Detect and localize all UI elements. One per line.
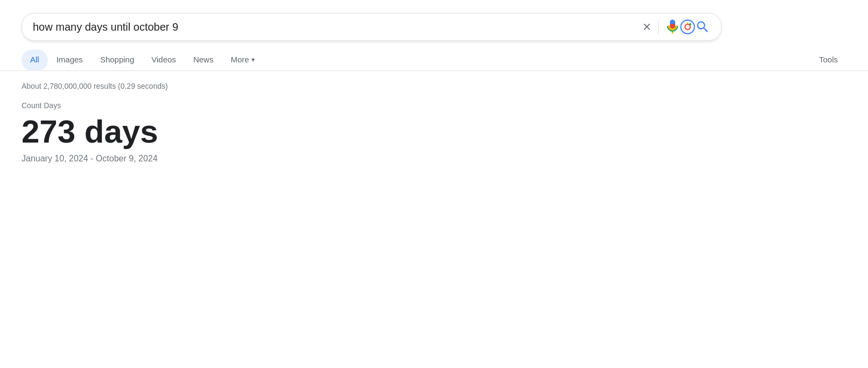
svg-rect-2 bbox=[672, 32, 673, 34]
svg-point-3 bbox=[681, 20, 694, 33]
search-divider bbox=[658, 19, 659, 34]
tab-all[interactable]: All bbox=[22, 49, 48, 71]
tab-videos[interactable]: Videos bbox=[143, 49, 185, 71]
source-label: Count Days bbox=[22, 101, 846, 110]
search-bar: ✕ bbox=[22, 13, 722, 41]
tab-news[interactable]: News bbox=[185, 49, 222, 71]
svg-point-6 bbox=[687, 23, 689, 24]
chevron-down-icon: ▾ bbox=[251, 56, 255, 63]
clear-icon[interactable]: ✕ bbox=[642, 22, 652, 32]
results-count: About 2,780,000,000 results (0.29 second… bbox=[22, 82, 846, 90]
days-count: 273 days bbox=[22, 114, 846, 150]
search-input[interactable] bbox=[33, 21, 642, 33]
nav-tabs: All Images Shopping Videos News More ▾ T… bbox=[0, 49, 868, 71]
search-bar-container: ✕ bbox=[0, 0, 868, 49]
microphone-icon[interactable] bbox=[665, 19, 680, 34]
tab-more[interactable]: More ▾ bbox=[222, 49, 263, 71]
search-button-icon[interactable] bbox=[695, 19, 710, 34]
tab-images[interactable]: Images bbox=[48, 49, 92, 71]
tab-tools[interactable]: Tools bbox=[810, 49, 846, 71]
lens-icon[interactable] bbox=[680, 19, 695, 34]
date-range: January 10, 2024 - October 9, 2024 bbox=[22, 154, 846, 164]
tab-shopping[interactable]: Shopping bbox=[92, 49, 143, 71]
svg-point-5 bbox=[689, 23, 691, 25]
results-container: About 2,780,000,000 results (0.29 second… bbox=[0, 71, 868, 174]
